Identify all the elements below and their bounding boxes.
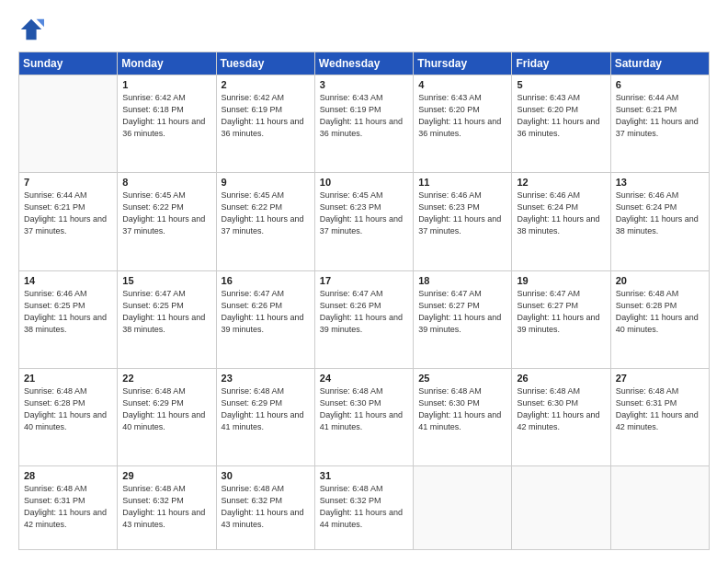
calendar-cell: 11Sunrise: 6:46 AM Sunset: 6:23 PM Dayli… <box>414 173 512 270</box>
calendar-cell: 24Sunrise: 6:48 AM Sunset: 6:30 PM Dayli… <box>314 368 413 465</box>
cell-info: Sunrise: 6:45 AM Sunset: 6:22 PM Dayligh… <box>122 190 210 237</box>
calendar-day-header: Monday <box>118 52 216 75</box>
calendar-cell: 3Sunrise: 6:43 AM Sunset: 6:19 PM Daylig… <box>314 75 413 173</box>
day-number: 15 <box>122 275 210 286</box>
calendar-cell <box>512 466 610 550</box>
calendar-cell: 9Sunrise: 6:45 AM Sunset: 6:22 PM Daylig… <box>216 173 314 270</box>
day-number: 2 <box>222 79 310 90</box>
cell-info: Sunrise: 6:44 AM Sunset: 6:21 PM Dayligh… <box>616 92 704 140</box>
day-number: 23 <box>222 373 310 384</box>
cell-info: Sunrise: 6:48 AM Sunset: 6:31 PM Dayligh… <box>616 385 704 433</box>
day-number: 6 <box>616 79 704 90</box>
calendar-week-row: 21Sunrise: 6:48 AM Sunset: 6:28 PM Dayli… <box>19 368 710 465</box>
calendar-cell: 8Sunrise: 6:45 AM Sunset: 6:22 PM Daylig… <box>118 173 216 270</box>
day-number: 22 <box>122 373 210 384</box>
day-number: 26 <box>517 373 605 384</box>
cell-info: Sunrise: 6:43 AM Sunset: 6:20 PM Dayligh… <box>517 92 605 140</box>
calendar-cell: 10Sunrise: 6:45 AM Sunset: 6:23 PM Dayli… <box>314 173 413 270</box>
day-number: 10 <box>320 177 408 188</box>
day-number: 21 <box>24 373 112 384</box>
calendar-week-row: 14Sunrise: 6:46 AM Sunset: 6:25 PM Dayli… <box>19 270 710 368</box>
day-number: 27 <box>616 373 704 384</box>
calendar-cell: 4Sunrise: 6:43 AM Sunset: 6:20 PM Daylig… <box>414 75 512 173</box>
day-number: 25 <box>418 373 506 384</box>
cell-info: Sunrise: 6:48 AM Sunset: 6:31 PM Dayligh… <box>24 483 112 531</box>
day-number: 30 <box>222 470 310 481</box>
calendar-day-header: Sunday <box>19 52 118 75</box>
cell-info: Sunrise: 6:45 AM Sunset: 6:22 PM Dayligh… <box>222 190 310 237</box>
cell-info: Sunrise: 6:47 AM Sunset: 6:27 PM Dayligh… <box>418 288 506 336</box>
calendar-week-row: 1Sunrise: 6:42 AM Sunset: 6:18 PM Daylig… <box>19 75 710 173</box>
day-number: 29 <box>122 470 210 481</box>
calendar-cell <box>414 466 512 550</box>
day-number: 3 <box>320 79 408 90</box>
calendar-day-header: Saturday <box>610 52 709 75</box>
cell-info: Sunrise: 6:46 AM Sunset: 6:25 PM Dayligh… <box>24 288 112 336</box>
cell-info: Sunrise: 6:46 AM Sunset: 6:24 PM Dayligh… <box>616 190 704 237</box>
calendar-day-header: Friday <box>512 52 610 75</box>
day-number: 8 <box>122 177 210 188</box>
calendar-header-row: SundayMondayTuesdayWednesdayThursdayFrid… <box>19 52 710 75</box>
calendar-day-header: Tuesday <box>216 52 314 75</box>
calendar-cell: 21Sunrise: 6:48 AM Sunset: 6:28 PM Dayli… <box>19 368 118 465</box>
calendar-cell: 17Sunrise: 6:47 AM Sunset: 6:26 PM Dayli… <box>314 270 413 368</box>
cell-info: Sunrise: 6:47 AM Sunset: 6:27 PM Dayligh… <box>517 288 605 336</box>
day-number: 7 <box>24 177 112 188</box>
day-number: 28 <box>24 470 112 481</box>
cell-info: Sunrise: 6:42 AM Sunset: 6:19 PM Dayligh… <box>222 92 310 140</box>
calendar-week-row: 7Sunrise: 6:44 AM Sunset: 6:21 PM Daylig… <box>19 173 710 270</box>
header <box>18 17 710 42</box>
calendar-cell: 22Sunrise: 6:48 AM Sunset: 6:29 PM Dayli… <box>118 368 216 465</box>
cell-info: Sunrise: 6:48 AM Sunset: 6:30 PM Dayligh… <box>320 385 408 433</box>
day-number: 16 <box>222 275 310 286</box>
day-number: 17 <box>320 275 408 286</box>
cell-info: Sunrise: 6:48 AM Sunset: 6:32 PM Dayligh… <box>122 483 210 531</box>
calendar-cell <box>610 466 709 550</box>
day-number: 4 <box>418 79 506 90</box>
calendar-cell: 26Sunrise: 6:48 AM Sunset: 6:30 PM Dayli… <box>512 368 610 465</box>
calendar-cell <box>19 75 118 173</box>
logo <box>18 17 48 42</box>
calendar-cell: 18Sunrise: 6:47 AM Sunset: 6:27 PM Dayli… <box>414 270 512 368</box>
calendar-cell: 27Sunrise: 6:48 AM Sunset: 6:31 PM Dayli… <box>610 368 709 465</box>
calendar-week-row: 28Sunrise: 6:48 AM Sunset: 6:31 PM Dayli… <box>19 466 710 550</box>
cell-info: Sunrise: 6:47 AM Sunset: 6:25 PM Dayligh… <box>122 288 210 336</box>
cell-info: Sunrise: 6:47 AM Sunset: 6:26 PM Dayligh… <box>320 288 408 336</box>
cell-info: Sunrise: 6:43 AM Sunset: 6:20 PM Dayligh… <box>418 92 506 140</box>
cell-info: Sunrise: 6:48 AM Sunset: 6:30 PM Dayligh… <box>418 385 506 433</box>
cell-info: Sunrise: 6:46 AM Sunset: 6:23 PM Dayligh… <box>418 190 506 237</box>
cell-info: Sunrise: 6:48 AM Sunset: 6:30 PM Dayligh… <box>517 385 605 433</box>
cell-info: Sunrise: 6:48 AM Sunset: 6:32 PM Dayligh… <box>320 483 408 531</box>
logo-icon <box>18 17 44 42</box>
calendar-cell: 14Sunrise: 6:46 AM Sunset: 6:25 PM Dayli… <box>19 270 118 368</box>
calendar-cell: 2Sunrise: 6:42 AM Sunset: 6:19 PM Daylig… <box>216 75 314 173</box>
day-number: 5 <box>517 79 605 90</box>
cell-info: Sunrise: 6:42 AM Sunset: 6:18 PM Dayligh… <box>122 92 210 140</box>
calendar-day-header: Wednesday <box>314 52 413 75</box>
calendar-cell: 19Sunrise: 6:47 AM Sunset: 6:27 PM Dayli… <box>512 270 610 368</box>
calendar-cell: 12Sunrise: 6:46 AM Sunset: 6:24 PM Dayli… <box>512 173 610 270</box>
calendar-cell: 5Sunrise: 6:43 AM Sunset: 6:20 PM Daylig… <box>512 75 610 173</box>
calendar-table: SundayMondayTuesdayWednesdayThursdayFrid… <box>18 52 710 550</box>
day-number: 13 <box>616 177 704 188</box>
calendar-cell: 29Sunrise: 6:48 AM Sunset: 6:32 PM Dayli… <box>118 466 216 550</box>
day-number: 24 <box>320 373 408 384</box>
calendar-cell: 15Sunrise: 6:47 AM Sunset: 6:25 PM Dayli… <box>118 270 216 368</box>
day-number: 12 <box>517 177 605 188</box>
cell-info: Sunrise: 6:48 AM Sunset: 6:29 PM Dayligh… <box>222 385 310 433</box>
calendar-cell: 31Sunrise: 6:48 AM Sunset: 6:32 PM Dayli… <box>314 466 413 550</box>
day-number: 1 <box>122 79 210 90</box>
day-number: 9 <box>222 177 310 188</box>
day-number: 20 <box>616 275 704 286</box>
day-number: 31 <box>320 470 408 481</box>
page: SundayMondayTuesdayWednesdayThursdayFrid… <box>0 0 728 563</box>
calendar-cell: 20Sunrise: 6:48 AM Sunset: 6:28 PM Dayli… <box>610 270 709 368</box>
cell-info: Sunrise: 6:47 AM Sunset: 6:26 PM Dayligh… <box>222 288 310 336</box>
calendar-cell: 16Sunrise: 6:47 AM Sunset: 6:26 PM Dayli… <box>216 270 314 368</box>
calendar-cell: 6Sunrise: 6:44 AM Sunset: 6:21 PM Daylig… <box>610 75 709 173</box>
calendar-cell: 28Sunrise: 6:48 AM Sunset: 6:31 PM Dayli… <box>19 466 118 550</box>
cell-info: Sunrise: 6:46 AM Sunset: 6:24 PM Dayligh… <box>517 190 605 237</box>
calendar-cell: 30Sunrise: 6:48 AM Sunset: 6:32 PM Dayli… <box>216 466 314 550</box>
calendar-day-header: Thursday <box>414 52 512 75</box>
day-number: 14 <box>24 275 112 286</box>
